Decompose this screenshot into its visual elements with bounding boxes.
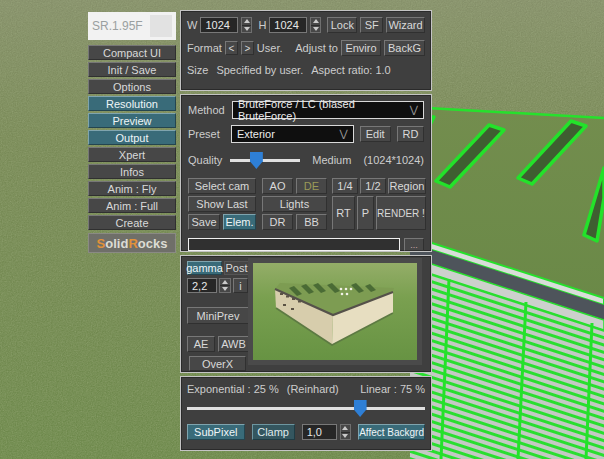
ae-button[interactable]: AE [187,336,215,352]
rd-button[interactable]: RD [397,126,424,142]
sidebar-item-anim-full[interactable]: Anim : Full [88,198,176,213]
spinner-up-icon[interactable] [311,18,320,26]
width-label: W [187,19,197,31]
clamp-button[interactable]: Clamp [252,424,295,440]
format-prev-button[interactable]: < [225,41,238,55]
size-value: Specified by user. [216,64,303,76]
affect-backgrd-button[interactable]: Affect Backgrd [358,424,425,440]
gamma-spinner[interactable] [219,278,231,293]
post-tab[interactable]: Post [224,261,249,275]
quality-slider[interactable] [230,151,300,169]
subpixel-button[interactable]: SubPixel [187,424,245,440]
preset-label: Preset [188,128,225,140]
quarter-res-button[interactable]: 1/4 [332,178,358,194]
select-cam-button[interactable]: Select cam [188,178,256,194]
plugin-version-label: SR.1.95F [92,19,150,33]
clamp-spinner[interactable] [340,424,352,440]
render-preview-image[interactable] [253,263,417,360]
gamma-tab[interactable]: gamma [187,261,222,275]
viewport: SR.1.95F Compact UI Init / Save Options … [0,0,604,459]
resolution-panel: W 1024 H 1024 Lock SF Wizard Format < > … [180,10,432,91]
chevron-down-icon: ⋁ [339,129,347,139]
chevron-down-icon: ⋁ [410,105,418,115]
lights-button[interactable]: Lights [262,196,327,212]
solidrocks-logo[interactable]: SolidRocks [88,233,176,253]
sidebar-item-xpert[interactable]: Xpert [88,147,176,162]
adjust-to-label: Adjust to [295,42,338,54]
backg-button[interactable]: BackG [384,40,425,56]
solidrocks-sidebar: SR.1.95F Compact UI Init / Save Options … [88,12,176,253]
elem-button[interactable]: Elem. [223,214,256,230]
size-label: Size [187,64,208,76]
logo-letter-r: R [128,236,137,251]
save-button[interactable]: Save [188,214,220,230]
burn-slider-track[interactable] [187,407,425,410]
method-label: Method [188,104,226,116]
clamp-value-input[interactable]: 1,0 [302,424,337,440]
browse-button[interactable]: ... [404,238,424,251]
sidebar-item-compact-ui[interactable]: Compact UI [88,45,176,60]
sidebar-item-preview[interactable]: Preview [88,113,176,128]
preset-dropdown[interactable]: Exterior ⋁ [231,125,354,143]
awb-button[interactable]: AWB [218,336,249,352]
sf-button[interactable]: SF [360,17,383,33]
spinner-down-icon[interactable] [311,26,320,33]
sidebar-item-output[interactable]: Output [88,130,176,145]
sidebar-item-options[interactable]: Options [88,79,176,94]
format-next-button[interactable]: > [241,41,254,55]
method-dropdown[interactable]: BruteForce / LC (biased BruteForce) ⋁ [232,101,424,119]
width-input[interactable]: 1024 [200,17,238,33]
spinner-up-icon[interactable] [220,279,230,286]
quality-label: Quality [188,154,222,166]
region-button[interactable]: Region [388,178,426,194]
tone-mapping-panel: Exponential : 25 % (Reinhard) Linear : 7… [180,376,432,451]
width-spinner[interactable] [241,17,252,33]
spinner-up-icon[interactable] [242,18,251,26]
spinner-down-icon[interactable] [242,26,251,33]
half-res-button[interactable]: 1/2 [360,178,386,194]
sidebar-item-init-save[interactable]: Init / Save [88,62,176,77]
quality-value: Medium [312,154,351,166]
height-label: H [258,19,266,31]
logo-letter-s: S [97,236,106,251]
aspect-ratio-value: Aspect ratio: 1.0 [311,64,391,76]
spinner-down-icon[interactable] [341,433,351,440]
title-blank-swatch [150,15,172,37]
dr-button[interactable]: DR [262,214,293,230]
burn-slider-thumb[interactable] [354,400,367,417]
info-button[interactable]: i [233,278,248,293]
sidebar-item-create[interactable]: Create [88,215,176,230]
wizard-button[interactable]: Wizard [386,17,425,33]
lock-button[interactable]: Lock [327,17,357,33]
burn-slider[interactable] [187,399,425,417]
p-button[interactable]: P [357,196,374,230]
height-spinner[interactable] [310,17,321,33]
plugin-title-bar: SR.1.95F [88,12,176,40]
quality-slider-thumb[interactable] [250,152,263,169]
render-panel: Method BruteForce / LC (biased BruteForc… [180,94,432,252]
height-input[interactable]: 1024 [269,17,307,33]
bb-button[interactable]: BB [296,214,327,230]
reinhard-label: (Reinhard) [287,383,339,395]
render-buttons: Select cam Show Last Save Elem. AO DE Li… [188,178,424,231]
gamma-value-input[interactable]: 2,2 [187,278,217,293]
quality-slider-track[interactable] [230,159,300,162]
sidebar-item-resolution[interactable]: Resolution [88,96,176,111]
sidebar-item-infos[interactable]: Infos [88,164,176,179]
de-button[interactable]: DE [296,178,327,194]
sidebar-item-anim-fly[interactable]: Anim : Fly [88,181,176,196]
show-last-button[interactable]: Show Last [188,196,256,212]
edit-button[interactable]: Edit [360,126,391,142]
format-value: User. [257,42,283,54]
rt-button[interactable]: RT [332,196,355,230]
format-label: Format [187,42,222,54]
spinner-up-icon[interactable] [341,425,351,433]
render-button[interactable]: RENDER ! [376,196,426,230]
spinner-down-icon[interactable] [220,286,230,292]
logo-ocks: ocks [138,236,168,251]
ao-button[interactable]: AO [262,178,293,194]
miniprev-button[interactable]: MiniPrev [187,307,249,324]
output-path-input[interactable] [188,238,400,251]
overx-button[interactable]: OverX [189,356,246,371]
enviro-button[interactable]: Enviro [341,40,381,56]
